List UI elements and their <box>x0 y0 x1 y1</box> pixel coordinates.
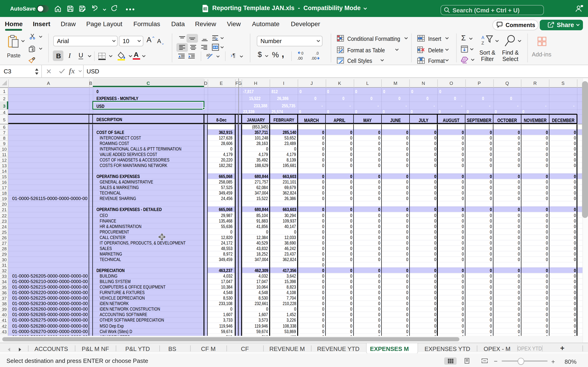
svg-text:0: 0 <box>301 51 303 55</box>
svg-text:A: A <box>481 35 484 40</box>
svg-text:.00: .00 <box>297 56 303 60</box>
svg-text:.00: .00 <box>311 56 317 60</box>
svg-text:Z: Z <box>481 41 484 45</box>
svg-text:.0: .0 <box>316 51 319 55</box>
svg-text:ab: ab <box>206 53 211 57</box>
